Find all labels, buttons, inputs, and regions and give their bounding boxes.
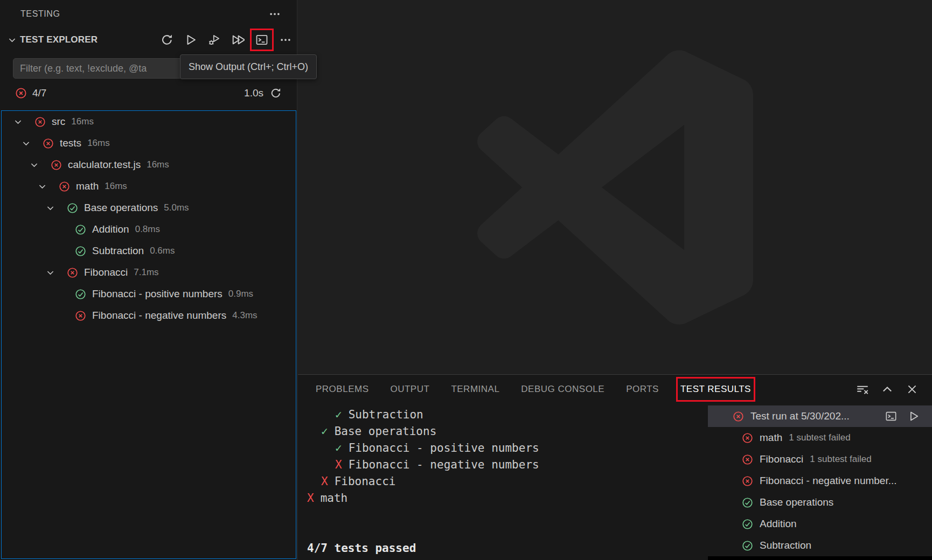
chevron-down-icon[interactable] xyxy=(41,204,59,213)
tooltip-text: Show Output (Ctrl+; Ctrl+O) xyxy=(189,61,308,72)
pass-icon xyxy=(75,246,86,257)
test-explorer-tree: src16mstests16mscalculator.test.js16msma… xyxy=(1,110,296,559)
panel-tab-debug-console[interactable]: DEBUG CONSOLE xyxy=(521,377,604,401)
test-duration: 0.9ms xyxy=(228,289,253,299)
test-label: tests xyxy=(60,137,81,149)
output-line: ✓Base operations xyxy=(307,423,703,440)
pass-mark: ✓ xyxy=(321,423,328,440)
test-item-subtraction[interactable]: Subtraction0.6ms xyxy=(2,240,296,262)
test-item-fibonacci-positive-numbers[interactable]: Fibonacci - positive numbers0.9ms xyxy=(2,283,296,305)
output-line: ✓Fibonacci - positive numbers xyxy=(307,440,703,457)
output-test-name: Fibonacci xyxy=(335,475,396,488)
test-item-src[interactable]: src16ms xyxy=(2,111,296,132)
error-icon xyxy=(75,310,86,321)
chevron-down-icon[interactable] xyxy=(41,268,59,277)
tests-passed-summary: 4/7 tests passed xyxy=(307,540,703,557)
partially-visible-row xyxy=(708,556,932,560)
test-item-base-operations[interactable]: Base operations5.0ms xyxy=(2,197,296,219)
test-duration: 0.6ms xyxy=(150,246,175,256)
error-icon xyxy=(51,159,62,171)
more-actions-button[interactable] xyxy=(279,33,293,47)
output-test-name: Fibonacci - negative numbers xyxy=(349,458,539,471)
views-more-actions-button[interactable] xyxy=(268,7,282,21)
section-title: TEST EXPLORER xyxy=(20,34,98,45)
test-label: Fibonacci - negative numbers xyxy=(92,310,226,321)
test-run-duration: 1.0s xyxy=(244,87,263,99)
result-label: Test run at 5/30/202... xyxy=(750,410,850,422)
maximize-panel-button[interactable] xyxy=(880,382,894,396)
panel-tab-output[interactable]: OUTPUT xyxy=(390,377,429,401)
test-explorer-section-header[interactable]: TEST EXPLORER xyxy=(0,28,297,52)
error-icon xyxy=(67,267,78,278)
test-duration: 16ms xyxy=(87,138,110,149)
clear-test-results-button[interactable] xyxy=(856,382,870,396)
panel-tab-ports[interactable]: PORTS xyxy=(626,377,659,401)
testing-sidebar: TESTING TEST EXPLORER 4/7 1.0s src16mste… xyxy=(0,0,297,560)
test-item-addition[interactable]: Addition0.8ms xyxy=(2,219,296,240)
test-item-fibonacci-negative-numbers[interactable]: Fibonacci - negative numbers4.3ms xyxy=(2,305,296,326)
error-icon xyxy=(742,475,753,487)
panel-tab-terminal[interactable]: TERMINAL xyxy=(451,377,499,401)
bottom-panel: PROBLEMSOUTPUTTERMINALDEBUG CONSOLEPORTS… xyxy=(298,374,932,560)
test-duration: 16ms xyxy=(105,181,127,192)
pass-icon xyxy=(75,289,86,300)
result-item-fibonacci[interactable]: Fibonacci1 subtest failed xyxy=(708,449,932,470)
result-row-actions xyxy=(885,410,932,423)
error-icon xyxy=(59,181,70,192)
rerun-test-button[interactable] xyxy=(907,410,920,423)
result-label: Fibonacci xyxy=(760,453,803,465)
pass-mark: ✓ xyxy=(335,407,342,423)
editor-area xyxy=(298,0,932,374)
result-item-addition[interactable]: Addition xyxy=(708,513,932,535)
test-item-math[interactable]: math16ms xyxy=(2,176,296,197)
show-output-tooltip: Show Output (Ctrl+; Ctrl+O) xyxy=(180,54,317,79)
close-panel-button[interactable] xyxy=(905,382,919,396)
result-label: math xyxy=(760,432,782,444)
chevron-down-icon[interactable] xyxy=(9,117,27,127)
refresh-tests-button[interactable] xyxy=(160,33,174,47)
test-label: src xyxy=(52,116,65,128)
test-label: Fibonacci - positive numbers xyxy=(92,288,222,300)
output-test-name: math xyxy=(321,492,348,505)
fail-mark: X xyxy=(321,473,328,490)
error-icon xyxy=(15,87,27,99)
result-label: Subtraction xyxy=(760,540,811,551)
pass-icon xyxy=(75,224,86,235)
test-item-calculator-test-js[interactable]: calculator.test.js16ms xyxy=(2,154,296,176)
vscode-window: TESTING TEST EXPLORER 4/7 1.0s src16mste… xyxy=(0,0,932,560)
error-icon xyxy=(742,432,753,444)
panel-tabs: PROBLEMSOUTPUTTERMINALDEBUG CONSOLEPORTS… xyxy=(305,377,762,401)
test-item-tests[interactable]: tests16ms xyxy=(2,132,296,154)
chevron-down-icon[interactable] xyxy=(6,34,17,45)
test-label: Fibonacci xyxy=(84,267,128,278)
test-item-fibonacci[interactable]: Fibonacci7.1ms xyxy=(2,262,296,283)
test-duration: 5.0ms xyxy=(164,202,189,213)
test-label: Subtraction xyxy=(92,245,144,257)
chevron-down-icon[interactable] xyxy=(17,139,35,148)
run-tests-with-coverage-button[interactable] xyxy=(231,33,245,47)
show-output-button[interactable] xyxy=(255,33,269,47)
debug-tests-button[interactable] xyxy=(207,33,221,47)
sidebar-pane-header: TESTING xyxy=(0,0,297,28)
show-test-output-button[interactable] xyxy=(885,410,898,423)
run-tests-button[interactable] xyxy=(184,33,198,47)
chevron-down-icon[interactable] xyxy=(33,182,51,191)
failed-test-count: 4/7 xyxy=(32,87,46,99)
history-refresh-icon[interactable] xyxy=(270,87,282,99)
panel-tab-problems[interactable]: PROBLEMS xyxy=(316,377,368,401)
test-run-duration-group: 1.0s xyxy=(244,87,282,99)
output-test-name: Fibonacci - positive numbers xyxy=(349,442,539,454)
result-item-math[interactable]: math1 subtest failed xyxy=(708,427,932,449)
pass-icon xyxy=(742,497,753,508)
result-item-base-operations[interactable]: Base operations xyxy=(708,492,932,513)
result-item-fibonacci-negative-number[interactable]: Fibonacci - negative number... xyxy=(708,470,932,492)
result-item-subtraction[interactable]: Subtraction xyxy=(708,535,932,556)
chevron-down-icon[interactable] xyxy=(25,160,43,170)
result-item-test-run-at-5-30-202[interactable]: Test run at 5/30/202... xyxy=(708,405,932,427)
subtest-failed-badge: 1 subtest failed xyxy=(810,454,871,465)
panel-tab-test-results[interactable]: TEST RESULTS xyxy=(680,377,751,401)
test-duration: 16ms xyxy=(71,116,94,127)
error-icon xyxy=(733,411,744,422)
pass-icon xyxy=(67,202,78,214)
output-line: ✓Subtraction xyxy=(307,407,703,423)
